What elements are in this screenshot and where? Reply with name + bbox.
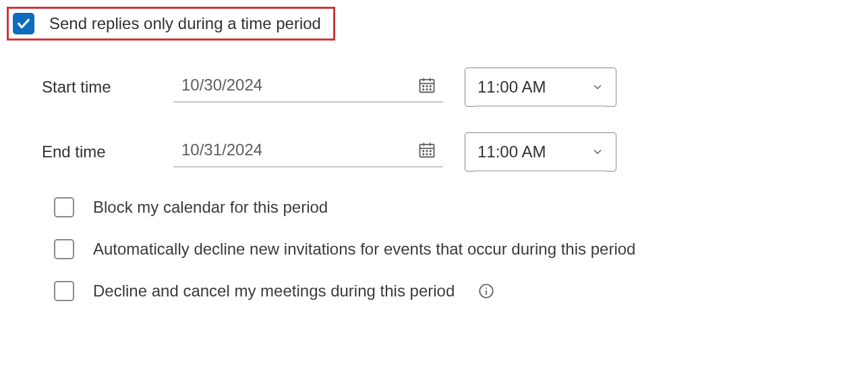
end-date-input[interactable]: 10/31/2024 [173, 136, 443, 167]
calendar-icon [417, 140, 436, 159]
check-icon [16, 16, 31, 31]
svg-point-17 [423, 154, 424, 155]
svg-point-14 [423, 151, 424, 151]
calendar-icon [417, 76, 436, 95]
options-block: Block my calendar for this period Automa… [54, 197, 861, 301]
decline-cancel-row: Decline and cancel my meetings during th… [54, 281, 861, 301]
svg-point-18 [426, 154, 427, 155]
chevron-down-icon [591, 81, 604, 93]
end-time-label: End time [42, 142, 173, 161]
svg-point-6 [430, 86, 431, 86]
start-time-dropdown[interactable]: 11:00 AM [465, 68, 616, 107]
svg-point-8 [426, 89, 427, 90]
auto-decline-label: Automatically decline new invitations fo… [93, 240, 635, 259]
info-icon[interactable] [478, 282, 495, 300]
end-date-value: 10/31/2024 [181, 140, 262, 159]
start-date-input[interactable]: 10/30/2024 [173, 72, 443, 103]
svg-point-15 [426, 151, 427, 151]
send-replies-label: Send replies only during a time period [49, 14, 321, 33]
block-calendar-row: Block my calendar for this period [54, 197, 861, 217]
decline-cancel-checkbox[interactable] [54, 281, 74, 301]
end-time-dropdown[interactable]: 11:00 AM [465, 132, 616, 172]
block-calendar-checkbox[interactable] [54, 197, 74, 217]
start-date-value: 10/30/2024 [181, 76, 262, 95]
svg-point-9 [430, 89, 431, 90]
end-time-row: End time 10/31/2024 11:00 AM [42, 132, 861, 172]
svg-point-7 [423, 89, 424, 90]
start-time-label: Start time [42, 78, 173, 97]
start-time-row: Start time 10/30/2024 11:00 AM [42, 68, 861, 107]
decline-cancel-label: Decline and cancel my meetings during th… [93, 282, 455, 300]
block-calendar-label: Block my calendar for this period [93, 198, 328, 217]
send-replies-time-period-row: Send replies only during a time period [7, 7, 335, 41]
auto-decline-checkbox[interactable] [54, 239, 74, 259]
auto-decline-row: Automatically decline new invitations fo… [54, 239, 861, 259]
svg-point-5 [426, 86, 427, 86]
svg-point-16 [430, 151, 431, 151]
start-time-value: 11:00 AM [478, 78, 546, 97]
end-time-value: 11:00 AM [478, 142, 546, 161]
svg-point-21 [486, 288, 487, 289]
svg-point-19 [430, 154, 431, 155]
send-replies-checkbox[interactable] [13, 13, 34, 34]
svg-point-4 [423, 86, 424, 86]
chevron-down-icon [591, 146, 604, 158]
